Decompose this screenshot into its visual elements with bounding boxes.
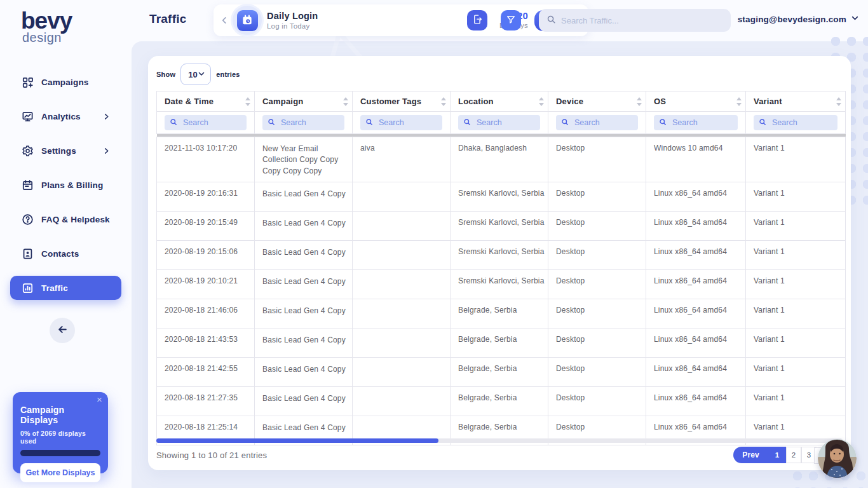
user-avatar[interactable] bbox=[818, 439, 857, 478]
column-header-variant[interactable]: Variant bbox=[746, 92, 846, 112]
cell-campaign: Basic Lead Gen 4 Copy bbox=[255, 387, 353, 416]
contacts-icon bbox=[21, 248, 34, 260]
brand-logo[interactable]: bevy design bbox=[21, 9, 72, 44]
sidebar-item-analytics[interactable]: Analytics bbox=[10, 104, 121, 128]
sort-icon bbox=[441, 97, 446, 106]
cell-campaign: Basic Lead Gen 4 Copy bbox=[255, 212, 353, 241]
account-email: staging@bevydesign.com bbox=[738, 15, 846, 24]
column-filter-input[interactable] bbox=[672, 118, 733, 127]
column-header-customer-tags[interactable]: Customer Tags bbox=[353, 92, 451, 112]
cell-variant: Variant 1 bbox=[746, 212, 846, 241]
cell-os: Linux x86_64 amd64 bbox=[646, 182, 746, 212]
filter-button[interactable] bbox=[501, 10, 521, 30]
cell-device: Desktop bbox=[548, 387, 646, 416]
sidebar-item-label: Contacts bbox=[41, 249, 79, 259]
cell-campaign: Basic Lead Gen 4 Copy bbox=[255, 299, 353, 329]
cell-device: Desktop bbox=[548, 182, 646, 212]
column-header-date-time[interactable]: Date & Time bbox=[157, 92, 255, 112]
gear-icon bbox=[21, 145, 34, 157]
cell-campaign: New Year Email Collection Copy Copy Copy… bbox=[255, 137, 353, 182]
sort-icon bbox=[343, 97, 348, 106]
promo-usage-text: 0% of 2069 displays used bbox=[20, 430, 100, 445]
cell-customer-tags bbox=[353, 387, 451, 416]
cell-os: Linux x86_64 amd64 bbox=[646, 241, 746, 270]
cell-date-time: 2020-08-19 20:16:31 bbox=[157, 182, 255, 212]
carousel-prev-icon[interactable] bbox=[220, 16, 229, 25]
cell-location: Dhaka, Bangladesh bbox=[451, 137, 548, 182]
cell-device: Desktop bbox=[548, 212, 646, 241]
sidebar-item-label: Campaigns bbox=[41, 78, 89, 87]
sidebar-item-campaigns[interactable]: Campaigns bbox=[10, 70, 121, 94]
filter-cell-os bbox=[646, 112, 746, 134]
traffic-search-bar bbox=[539, 9, 731, 32]
traffic-chart-icon bbox=[21, 282, 34, 294]
column-label: Variant bbox=[754, 97, 782, 106]
page-size-select[interactable]: 10 bbox=[180, 64, 211, 85]
table-row: 2020-08-19 20:16:31Basic Lead Gen 4 Copy… bbox=[157, 182, 846, 212]
column-filter-variant bbox=[754, 115, 837, 130]
sidebar-item-traffic[interactable]: Traffic bbox=[10, 276, 121, 300]
pagination-prev-button[interactable]: Prev bbox=[733, 447, 768, 463]
sort-icon bbox=[245, 97, 250, 106]
entries-label: entries bbox=[216, 71, 240, 78]
cell-campaign: Basic Lead Gen 4 Copy bbox=[255, 241, 353, 270]
analytics-monitor-icon bbox=[21, 111, 34, 123]
sort-icon bbox=[836, 97, 841, 106]
column-filter-input[interactable] bbox=[574, 118, 633, 127]
filter-cell-date-time bbox=[157, 112, 255, 134]
cell-variant: Variant 1 bbox=[746, 387, 846, 416]
column-filter-input[interactable] bbox=[379, 118, 437, 127]
column-filter-input[interactable] bbox=[477, 118, 535, 127]
displays-progress-bar bbox=[20, 450, 100, 456]
sort-icon bbox=[539, 97, 544, 106]
column-filter-input[interactable] bbox=[281, 118, 339, 127]
cell-customer-tags bbox=[353, 299, 451, 329]
cell-date-time: 2020-08-19 20:15:06 bbox=[157, 241, 255, 270]
traffic-table-card: Show 10 entries Date & TimeCampaignCusto… bbox=[148, 56, 851, 470]
horizontal-scrollbar-thumb[interactable] bbox=[156, 438, 438, 443]
pagination: Prev 123 bbox=[733, 447, 817, 463]
column-label: OS bbox=[654, 97, 666, 106]
daily-login-badge bbox=[233, 6, 262, 35]
horizontal-scrollbar-track[interactable] bbox=[156, 438, 843, 443]
sidebar-item-settings[interactable]: Settings bbox=[10, 139, 121, 163]
get-more-displays-button[interactable]: Get More Displays bbox=[20, 463, 100, 482]
table-header-row: Date & TimeCampaignCustomer TagsLocation… bbox=[157, 92, 846, 112]
column-filter-device bbox=[556, 115, 638, 130]
daily-login-card: Daily Login Log in Today +20 Displays CL… bbox=[214, 4, 588, 36]
sidebar-item-plans-billing[interactable]: Plans & Billing bbox=[10, 173, 121, 197]
pagination-page-1[interactable]: 1 bbox=[768, 447, 786, 463]
column-header-campaign[interactable]: Campaign bbox=[255, 92, 353, 112]
entries-summary: Showing 1 to 10 of 21 entries bbox=[156, 451, 267, 460]
sidebar-item-faq-helpdesk[interactable]: FAQ & Helpdesk bbox=[10, 207, 121, 231]
column-filter-date-time bbox=[165, 115, 247, 130]
chevron-down-icon bbox=[198, 70, 205, 79]
search-input[interactable] bbox=[561, 16, 723, 25]
search-icon bbox=[268, 117, 275, 128]
page-title: Traffic bbox=[149, 12, 186, 26]
export-button[interactable] bbox=[467, 10, 487, 30]
sidebar-collapse-button[interactable] bbox=[50, 318, 75, 343]
search-icon bbox=[463, 117, 471, 128]
column-label: Device bbox=[556, 97, 583, 106]
table-row: 2020-08-18 21:43:53Basic Lead Gen 4 Copy… bbox=[157, 329, 846, 358]
column-label: Date & Time bbox=[165, 97, 214, 106]
sidebar-item-contacts[interactable]: Contacts bbox=[10, 241, 121, 266]
column-filter-input[interactable] bbox=[183, 118, 241, 127]
column-filter-input[interactable] bbox=[772, 118, 832, 127]
account-menu[interactable]: staging@bevydesign.com bbox=[738, 14, 859, 24]
search-icon bbox=[561, 117, 569, 128]
cell-os: Linux x86_64 amd64 bbox=[646, 270, 746, 299]
cell-date-time: 2020-08-18 21:27:35 bbox=[157, 387, 255, 416]
search-icon bbox=[659, 117, 667, 128]
column-header-os[interactable]: OS bbox=[646, 92, 746, 112]
sidebar-item-label: Plans & Billing bbox=[41, 180, 104, 190]
filter-cell-customer-tags bbox=[353, 112, 451, 134]
cell-variant: Variant 1 bbox=[746, 137, 846, 182]
pagination-page-2[interactable]: 2 bbox=[786, 447, 801, 463]
cell-os: Linux x86_64 amd64 bbox=[646, 387, 746, 416]
question-circle-icon bbox=[21, 214, 34, 226]
close-icon[interactable]: × bbox=[97, 395, 102, 404]
column-header-device[interactable]: Device bbox=[548, 92, 646, 112]
column-header-location[interactable]: Location bbox=[451, 92, 548, 112]
